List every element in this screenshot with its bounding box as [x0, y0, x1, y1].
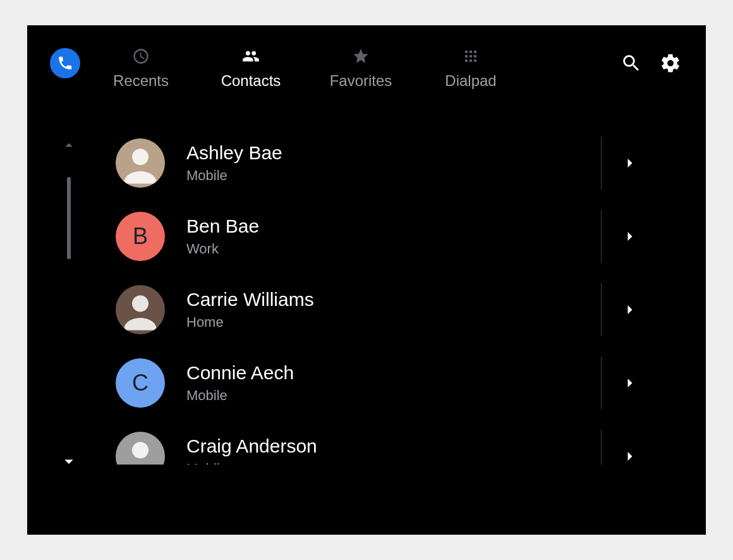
contact-row[interactable]: Carrie Williams Home [116, 273, 668, 346]
tab-bar: Recents Contacts Favorites Dialpad [103, 37, 509, 90]
row-divider [601, 430, 602, 465]
contact-name: Ashley Bae [186, 142, 282, 164]
phone-app-window: Recents Contacts Favorites Dialpad [27, 25, 706, 535]
list-viewport: Ashley Bae Mobile B Ben Bae Work [116, 126, 668, 465]
contact-line: Mobile [186, 461, 317, 465]
contact-name: Connie Aech [186, 362, 294, 384]
avatar-initial: B [133, 223, 148, 250]
contact-row[interactable]: C Connie Aech Mobile [116, 346, 668, 420]
svg-point-2 [474, 51, 477, 54]
svg-point-3 [465, 55, 468, 58]
tab-label: Favorites [330, 72, 392, 90]
contact-line: Home [186, 314, 314, 331]
clock-icon [132, 47, 150, 66]
contact-row[interactable]: B Ben Bae Work [116, 200, 668, 273]
contact-details-button[interactable] [617, 200, 643, 273]
chevron-right-icon [621, 301, 639, 319]
svg-point-5 [474, 55, 477, 58]
svg-point-7 [469, 59, 473, 63]
contact-details-button[interactable] [617, 346, 643, 420]
search-icon [621, 52, 642, 74]
contact-text: Connie Aech Mobile [186, 362, 294, 404]
tab-label: Dialpad [445, 72, 496, 90]
chevron-down-icon [59, 451, 79, 472]
tab-label: Contacts [221, 72, 281, 90]
contact-name: Carrie Williams [186, 289, 314, 310]
scroll-down-button[interactable] [56, 449, 82, 474]
dialer-fab[interactable] [50, 48, 80, 78]
contact-row[interactable]: Craig Anderson Mobile [116, 420, 668, 465]
people-icon [241, 47, 261, 66]
gear-icon [660, 52, 681, 74]
contact-details-button[interactable] [617, 420, 643, 465]
avatar: B [116, 212, 165, 261]
contact-text: Craig Anderson Mobile [186, 435, 317, 465]
contacts-list: Ashley Bae Mobile B Ben Bae Work [116, 126, 668, 535]
contact-line: Work [186, 241, 259, 257]
contact-row[interactable]: Ashley Bae Mobile [116, 126, 668, 200]
phone-icon [57, 55, 73, 71]
avatar [116, 285, 165, 334]
dialpad-icon [462, 47, 480, 66]
avatar [116, 432, 165, 465]
row-divider [601, 356, 602, 410]
avatar-initial: C [132, 370, 148, 396]
scroll-thumb[interactable] [67, 177, 71, 259]
avatar: C [116, 358, 165, 408]
row-divider [601, 283, 602, 336]
contact-details-button[interactable] [617, 273, 643, 346]
chevron-right-icon [621, 154, 639, 172]
contact-text: Ben Bae Work [186, 216, 259, 257]
svg-point-6 [465, 59, 468, 63]
svg-point-1 [469, 51, 473, 54]
tab-contacts[interactable]: Contacts [213, 47, 289, 90]
contact-line: Mobile [186, 167, 282, 184]
contact-line: Mobile [186, 387, 294, 404]
tab-dialpad[interactable]: Dialpad [433, 47, 509, 90]
svg-point-0 [465, 51, 468, 54]
row-divider [601, 137, 602, 190]
row-divider [601, 210, 602, 263]
star-icon [352, 47, 370, 66]
search-button[interactable] [615, 47, 648, 80]
avatar [116, 138, 165, 188]
chevron-right-icon [621, 374, 639, 392]
contact-name: Craig Anderson [186, 435, 317, 457]
svg-point-4 [469, 55, 473, 58]
svg-point-8 [474, 59, 477, 63]
tab-favorites[interactable]: Favorites [323, 47, 399, 90]
contact-text: Carrie Williams Home [186, 289, 314, 331]
chevron-right-icon [621, 228, 639, 245]
contact-details-button[interactable] [617, 126, 643, 200]
chevron-up-icon [60, 137, 78, 154]
tab-recents[interactable]: Recents [103, 47, 179, 90]
app-header: Recents Contacts Favorites Dialpad [27, 25, 706, 101]
tab-label: Recents [113, 72, 169, 90]
settings-button[interactable] [654, 47, 687, 80]
contact-name: Ben Bae [186, 216, 259, 237]
contact-text: Ashley Bae Mobile [186, 142, 282, 184]
chevron-right-icon [621, 447, 639, 465]
scroll-up-button[interactable] [56, 133, 82, 158]
scroll-column [50, 133, 88, 474]
